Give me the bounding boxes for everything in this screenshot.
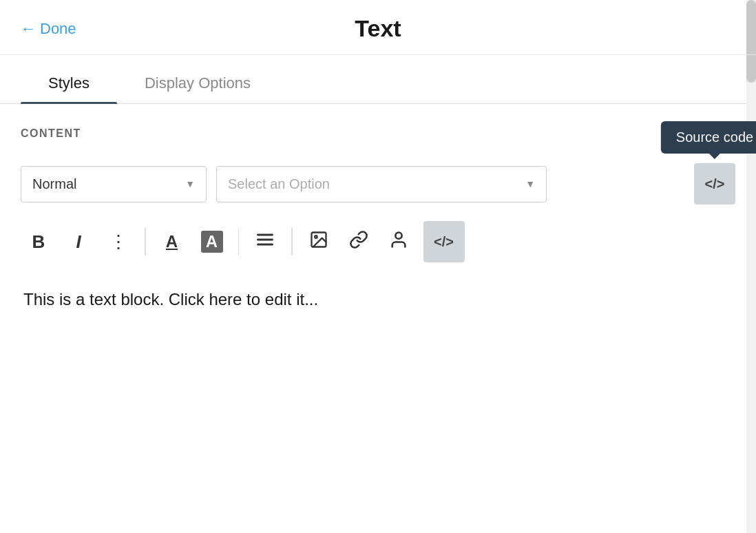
align-icon	[255, 230, 275, 254]
image-icon	[309, 230, 328, 254]
back-arrow-icon: ←	[21, 20, 36, 38]
source-code-button[interactable]: </>	[694, 163, 735, 205]
text-color-button[interactable]: A	[154, 224, 190, 260]
tab-display-options[interactable]: Display Options	[117, 62, 278, 103]
code-icon: </>	[705, 176, 725, 192]
more-options-button[interactable]: ⋮	[101, 224, 136, 260]
italic-icon: I	[76, 231, 81, 253]
format-dropdown-value: Normal	[32, 176, 76, 192]
text-highlight-icon: A	[201, 231, 223, 253]
bold-icon: B	[32, 231, 45, 253]
person-button[interactable]	[381, 224, 417, 260]
option-dropdown[interactable]: Select an Option ▼	[216, 166, 547, 202]
format-dropdown-arrow-icon: ▼	[185, 178, 195, 189]
toolbar-row-format: B I ⋮ A A	[21, 216, 735, 268]
collapse-icon[interactable]: ⌃	[723, 125, 735, 143]
text-color-icon: A	[166, 232, 178, 251]
align-button[interactable]	[247, 224, 283, 260]
done-label: Done	[40, 20, 76, 38]
format-dropdown[interactable]: Normal ▼	[21, 166, 207, 202]
divider-3	[291, 228, 293, 255]
divider-2	[238, 228, 240, 255]
body-text[interactable]: This is a text block. Click here to edit…	[21, 287, 735, 312]
italic-button[interactable]: I	[61, 224, 96, 260]
link-button[interactable]	[341, 224, 377, 260]
more-dots-icon: ⋮	[109, 231, 127, 253]
toolbar-row-dropdowns: Normal ▼ Select an Option ▼ Source code …	[21, 163, 735, 205]
person-icon	[389, 230, 408, 254]
section-title: CONTENT	[21, 127, 81, 140]
svg-point-4	[315, 236, 317, 238]
code-toolbar-icon: </>	[434, 234, 454, 250]
image-button[interactable]	[301, 224, 337, 260]
source-code-wrapper: Source code </>	[694, 163, 735, 205]
text-highlight-button[interactable]: A	[194, 224, 230, 260]
link-icon	[349, 230, 368, 254]
option-dropdown-arrow-icon: ▼	[525, 178, 535, 189]
divider-1	[145, 228, 146, 255]
header: ← Done Text	[0, 0, 756, 55]
bold-button[interactable]: B	[21, 224, 56, 260]
done-button[interactable]: ← Done	[21, 20, 76, 38]
svg-point-5	[395, 232, 401, 238]
code-toolbar-button[interactable]: </>	[423, 221, 465, 262]
tabs-container: Styles Display Options	[0, 62, 756, 104]
section-header: CONTENT ⌃	[21, 118, 735, 149]
scrollbar-track	[746, 0, 756, 533]
page-title: Text	[355, 15, 401, 42]
content-section: CONTENT ⌃ Normal ▼ Select an Option ▼ So…	[0, 104, 756, 326]
tab-styles[interactable]: Styles	[21, 62, 117, 103]
option-dropdown-placeholder: Select an Option	[228, 176, 330, 192]
